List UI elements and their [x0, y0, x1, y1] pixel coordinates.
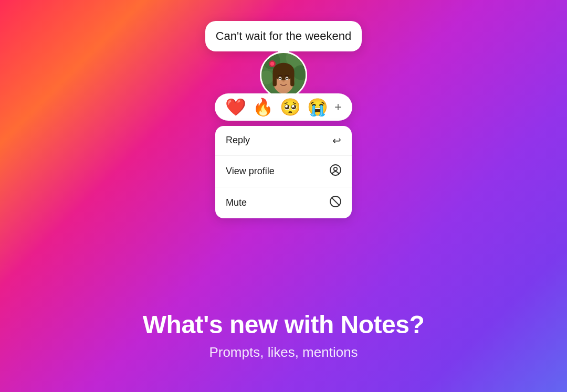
- reply-icon: ↩: [332, 134, 341, 147]
- svg-point-6: [270, 61, 274, 65]
- reaction-fire[interactable]: 🔥: [253, 99, 274, 115]
- mute-label: Mute: [226, 197, 247, 208]
- reaction-heart[interactable]: ❤️: [225, 99, 246, 115]
- person-circle-icon: [330, 164, 341, 178]
- reaction-crying[interactable]: 😭: [307, 99, 328, 115]
- svg-rect-9: [272, 71, 276, 86]
- reaction-pleading[interactable]: 🥺: [280, 99, 301, 115]
- speech-bubble-text: Can't wait for the weekend: [216, 29, 352, 43]
- ui-demo-section: Can't wait for the weekend: [205, 21, 362, 218]
- reaction-bar: ❤️ 🔥 🥺 😭 +: [215, 93, 352, 121]
- view-profile-label: View profile: [226, 166, 275, 177]
- subheadline: Prompts, likes, mentions: [0, 344, 567, 361]
- view-profile-menu-item[interactable]: View profile: [215, 156, 352, 187]
- context-menu: Reply ↩ View profile Mute: [215, 126, 352, 218]
- mute-menu-item[interactable]: Mute: [215, 187, 352, 218]
- svg-point-13: [279, 77, 281, 79]
- background: Can't wait for the weekend: [0, 0, 567, 392]
- avatar-container: [260, 51, 307, 99]
- bottom-text-section: What's new with Notes? Prompts, likes, m…: [0, 310, 567, 361]
- svg-point-14: [286, 77, 288, 79]
- svg-line-19: [332, 198, 339, 205]
- reply-label: Reply: [226, 135, 250, 146]
- reply-menu-item[interactable]: Reply ↩: [215, 126, 352, 156]
- headline: What's new with Notes?: [0, 310, 567, 339]
- svg-rect-10: [290, 71, 294, 86]
- reaction-more-button[interactable]: +: [334, 101, 342, 113]
- mute-icon: [330, 196, 341, 210]
- svg-point-17: [334, 167, 337, 170]
- speech-bubble: Can't wait for the weekend: [205, 21, 362, 51]
- svg-point-15: [282, 80, 285, 82]
- avatar: [260, 51, 307, 99]
